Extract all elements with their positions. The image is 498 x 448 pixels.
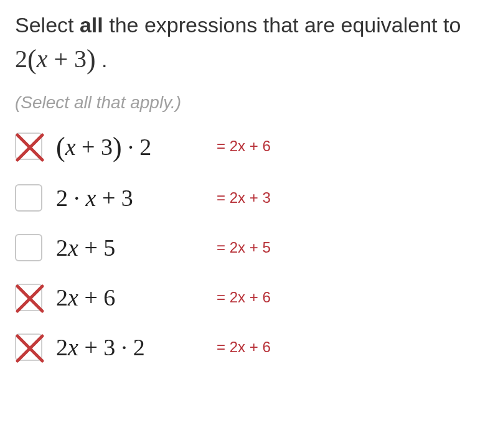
option-annotation: = 2x + 5 [217,239,271,256]
option-row: (x + 3) · 2= 2x + 6 [15,130,483,162]
option-row: 2 · x + 3= 2x + 3 [15,184,483,212]
option-expression: 2x + 5 [56,234,212,261]
option-annotation: = 2x + 3 [217,189,271,207]
option-row: 2x + 5= 2x + 5 [15,234,483,261]
question-expression: 2(x + 3) [15,45,96,73]
option-expression: 2x + 6 [56,284,212,311]
option-annotation: = 2x + 6 [217,138,271,155]
option-expression: 2x + 3 · 2 [56,334,212,361]
option-annotation: = 2x + 6 [217,338,271,356]
option-expression: 2 · x + 3 [56,184,212,212]
question-text: Select all the expressions that are equi… [15,11,483,77]
option-row: 2x + 6= 2x + 6 [15,284,483,311]
option-expression: (x + 3) · 2 [56,130,212,162]
option-checkbox[interactable] [15,234,42,261]
select-hint: (Select all that apply.) [15,93,483,113]
options-list: (x + 3) · 2= 2x + 62 · x + 3= 2x + 32x +… [15,130,483,361]
option-checkbox[interactable] [15,334,42,361]
option-checkbox[interactable] [15,284,42,311]
option-checkbox[interactable] [15,133,42,160]
option-annotation: = 2x + 6 [217,289,271,306]
option-checkbox[interactable] [15,184,42,212]
option-row: 2x + 3 · 2= 2x + 6 [15,334,483,361]
